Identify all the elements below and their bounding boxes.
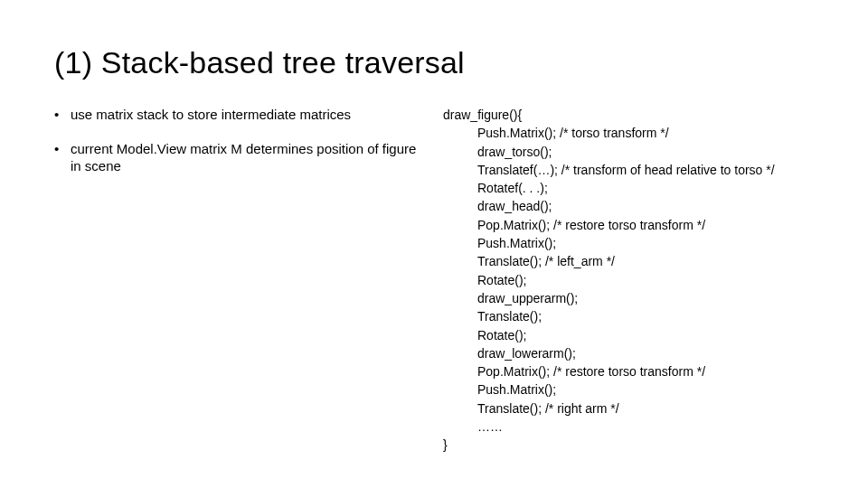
code-line: Rotate(); xyxy=(477,271,825,289)
content-columns: use matrix stack to store intermediate m… xyxy=(54,106,825,455)
code-line: draw_lowerarm(); xyxy=(477,344,825,362)
left-column: use matrix stack to store intermediate m… xyxy=(54,106,443,455)
code-line: Push.Matrix(); xyxy=(477,234,825,252)
code-line: Rotatef(. . .); xyxy=(477,179,825,197)
code-line: Translate(); /* left_arm */ xyxy=(477,252,825,270)
code-line: draw_upperarm(); xyxy=(477,289,825,307)
bullet-list: use matrix stack to store intermediate m… xyxy=(54,106,425,175)
bullet-item: current Model.View matrix M determines p… xyxy=(54,140,425,175)
slide: (1) Stack-based tree traversal use matri… xyxy=(0,0,868,488)
code-header: draw_figure(){ xyxy=(443,106,825,124)
code-body: Push.Matrix(); /* torso transform */ dra… xyxy=(443,124,825,436)
bullet-item: use matrix stack to store intermediate m… xyxy=(54,106,425,124)
code-line: draw_head(); xyxy=(477,197,825,215)
code-line: Pop.Matrix(); /* restore torso transform… xyxy=(477,362,825,380)
code-line: draw_torso(); xyxy=(477,143,825,161)
code-line: Translate(); /* right arm */ xyxy=(477,399,825,418)
code-line: Pop.Matrix(); /* restore torso transform… xyxy=(477,216,825,234)
right-column: draw_figure(){ Push.Matrix(); /* torso t… xyxy=(443,106,825,455)
code-line: Translate(); xyxy=(477,307,825,325)
code-line: Translatef(…); /* transform of head rela… xyxy=(477,161,825,179)
code-footer: } xyxy=(443,436,825,454)
code-line: Rotate(); xyxy=(477,326,825,344)
code-line: Push.Matrix(); xyxy=(477,380,825,399)
code-line: Push.Matrix(); /* torso transform */ xyxy=(477,124,825,142)
slide-title: (1) Stack-based tree traversal xyxy=(54,45,825,80)
code-line: …… xyxy=(477,418,825,436)
